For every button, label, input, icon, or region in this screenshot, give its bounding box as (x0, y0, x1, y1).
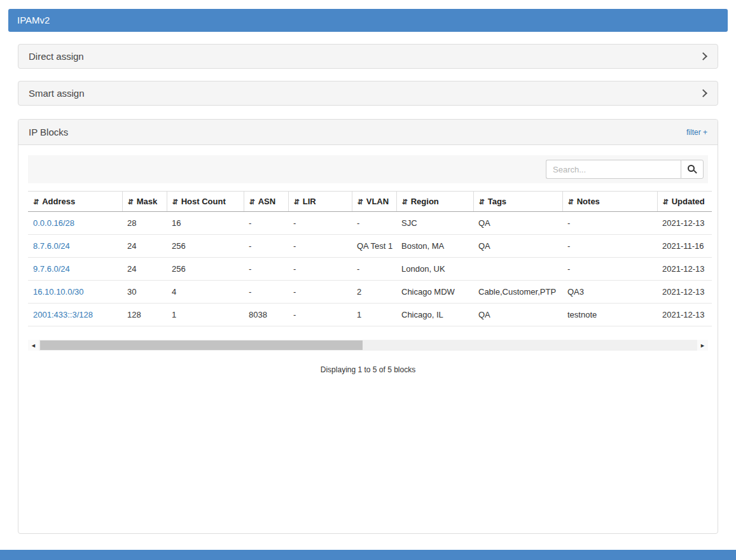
table-header-row: ⇵Address⇵Mask⇵Host Count⇵ASN⇵LIR⇵VLAN⇵Re… (28, 192, 712, 212)
column-header-label: Tags (488, 197, 506, 206)
table-cell: 256 (167, 258, 244, 281)
scrollbar-thumb[interactable] (40, 340, 363, 350)
table-cell: QA (473, 235, 562, 258)
column-header-updated[interactable]: ⇵Updated (657, 192, 712, 212)
table-cell: Boston, MA (396, 235, 473, 258)
sort-icon: ⇵ (479, 198, 485, 206)
search-icon (688, 165, 695, 172)
table-summary: Displaying 1 to 5 of 5 blocks (28, 365, 708, 374)
table-cell: 128 (122, 304, 167, 326)
search-button[interactable] (681, 160, 704, 179)
panel-smart-assign[interactable]: Smart assign (18, 81, 718, 106)
page: IPAMv2 Direct assign Smart assign IP Blo… (0, 0, 736, 550)
column-header-label: VLAN (366, 197, 389, 206)
table-cell: 24 (122, 235, 167, 258)
table-cell: QA (473, 304, 562, 326)
cell-address: 0.0.0.16/28 (28, 212, 122, 235)
ip-blocks-body: ⇵Address⇵Mask⇵Host Count⇵ASN⇵LIR⇵VLAN⇵Re… (18, 145, 718, 533)
ip-blocks-title: IP Blocks (29, 127, 68, 137)
sort-icon: ⇵ (33, 198, 39, 206)
sort-icon: ⇵ (663, 198, 669, 206)
address-link[interactable]: 9.7.6.0/24 (33, 264, 70, 274)
table-cell: 16 (167, 212, 244, 235)
column-header-label: Region (411, 197, 439, 206)
table-cell: 2021-12-13 (657, 258, 712, 281)
column-header-label: Host Count (181, 197, 226, 206)
sort-icon: ⇵ (568, 198, 574, 206)
table-cell: testnote (562, 304, 657, 326)
address-link[interactable]: 8.7.6.0/24 (33, 241, 70, 251)
column-header-asn[interactable]: ⇵ASN (244, 192, 288, 212)
table-cell: - (244, 258, 288, 281)
sort-icon: ⇵ (128, 198, 134, 206)
ip-blocks-header: IP Blocks filter + (18, 120, 718, 145)
scroll-left-arrow-icon[interactable]: ◄ (28, 340, 39, 351)
horizontal-scrollbar[interactable]: ◄ ► (28, 340, 708, 351)
table-cell: 2 (352, 281, 396, 304)
cell-address: 16.10.10.0/30 (28, 281, 122, 304)
table-cell: 4 (167, 281, 244, 304)
sort-icon: ⇵ (358, 198, 363, 206)
table-cell: 1 (352, 304, 396, 326)
table-cell: QA3 (562, 281, 657, 304)
table-cell: - (288, 235, 352, 258)
table-row: 8.7.6.0/2424256--QA Test 1Boston, MAQA-2… (28, 235, 712, 258)
column-header-tags[interactable]: ⇵Tags (473, 192, 562, 212)
table-cell: 256 (167, 235, 244, 258)
column-header-lir[interactable]: ⇵LIR (288, 192, 352, 212)
cell-address: 2001:433::3/128 (28, 304, 122, 326)
panel-ip-blocks: IP Blocks filter + ⇵Ad (18, 119, 718, 534)
table-row: 16.10.10.0/30304--2Chicago MDWCable,Cust… (28, 281, 712, 304)
table-cell: - (244, 212, 288, 235)
chevron-right-icon (699, 52, 707, 60)
table-cell: Chicago, IL (396, 304, 473, 326)
chevron-right-icon (699, 89, 707, 97)
ip-blocks-table: ⇵Address⇵Mask⇵Host Count⇵ASN⇵LIR⇵VLAN⇵Re… (28, 191, 712, 326)
scroll-right-arrow-icon[interactable]: ► (697, 340, 708, 351)
scrollbar-track[interactable] (39, 340, 697, 351)
column-header-label: ASN (258, 197, 275, 206)
panel-direct-assign[interactable]: Direct assign (18, 44, 718, 69)
table-cell: - (562, 258, 657, 281)
table-cell: QA (473, 212, 562, 235)
cell-address: 9.7.6.0/24 (28, 258, 122, 281)
table-cell: - (288, 212, 352, 235)
sort-icon: ⇵ (249, 198, 255, 206)
filter-toggle-link[interactable]: filter + (686, 128, 707, 137)
cell-address: 8.7.6.0/24 (28, 235, 122, 258)
column-header-label: Updated (672, 197, 705, 206)
table-row: 0.0.0.16/282816---SJCQA-2021-12-13 (28, 212, 712, 235)
column-header-label: LIR (303, 197, 316, 206)
table-cell: - (352, 212, 396, 235)
column-header-host-count[interactable]: ⇵Host Count (167, 192, 244, 212)
panel-smart-assign-label: Smart assign (29, 88, 85, 99)
panel-direct-assign-label: Direct assign (29, 51, 84, 62)
table-cell: Cable,Customer,PTP (473, 281, 562, 304)
table-cell: - (244, 281, 288, 304)
table-cell: - (352, 258, 396, 281)
column-header-address[interactable]: ⇵Address (28, 192, 122, 212)
column-header-mask[interactable]: ⇵Mask (122, 192, 167, 212)
table-cell: SJC (396, 212, 473, 235)
address-link[interactable]: 16.10.10.0/30 (33, 287, 84, 297)
table-cell (473, 258, 562, 281)
sort-icon: ⇵ (402, 198, 408, 206)
column-header-notes[interactable]: ⇵Notes (562, 192, 657, 212)
column-header-label: Notes (577, 197, 600, 206)
table-cell: - (288, 258, 352, 281)
search-input[interactable] (546, 160, 681, 179)
table-cell: London, UK (396, 258, 473, 281)
app-footer (0, 550, 736, 560)
address-link[interactable]: 2001:433::3/128 (33, 310, 93, 319)
column-header-region[interactable]: ⇵Region (396, 192, 473, 212)
table-cell: 2021-12-13 (657, 281, 712, 304)
column-header-vlan[interactable]: ⇵VLAN (352, 192, 396, 212)
table-row: 2001:433::3/12812818038-1Chicago, ILQAte… (28, 304, 712, 326)
table-toolbar (28, 155, 708, 183)
app-header: IPAMv2 (8, 9, 728, 32)
column-header-label: Mask (137, 197, 158, 206)
table-cell: - (562, 235, 657, 258)
content: Direct assign Smart assign IP Blocks fil… (8, 44, 728, 534)
address-link[interactable]: 0.0.0.16/28 (33, 218, 74, 228)
table-cell: Chicago MDW (396, 281, 473, 304)
